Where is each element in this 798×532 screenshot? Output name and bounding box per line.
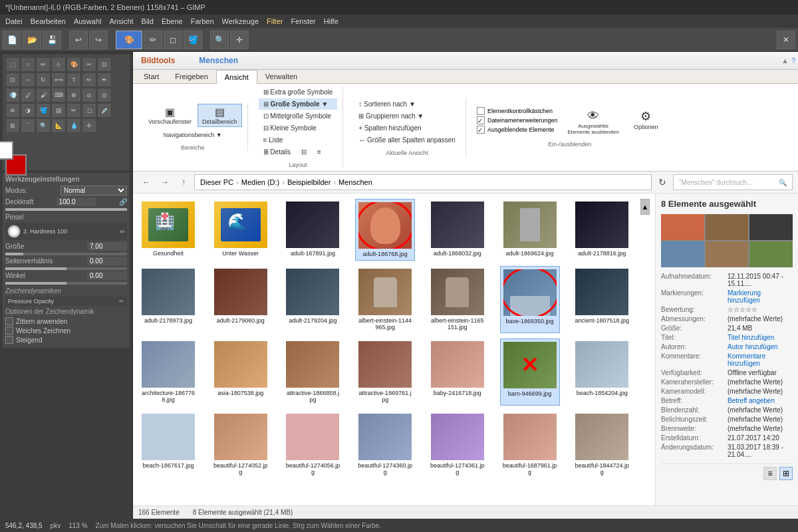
tool-eraser[interactable]: ◻ — [82, 103, 96, 118]
tool-blur[interactable]: ◎ — [97, 88, 112, 102]
file-item-adult2178973[interactable]: adult-2178973.jpg — [138, 266, 198, 333]
zoom-btn[interactable]: 🔍 — [210, 31, 229, 49]
ausgeblendet-chk[interactable] — [477, 126, 485, 134]
file-item-beautiful6[interactable]: beautiful-1844724.jpg — [572, 411, 632, 478]
tool-crop[interactable]: ⊡ — [5, 72, 20, 87]
file-item-adult1868032[interactable]: adult-1868032.jpg — [428, 199, 487, 261]
new-file-btn[interactable]: 📄 — [3, 31, 21, 49]
eraser-btn[interactable]: ◻ — [164, 31, 182, 49]
tool-free-select[interactable]: ✏ — [36, 57, 51, 72]
ratio-slider[interactable] — [5, 267, 127, 270]
gruppieren-nach-btn[interactable]: ⊞ Gruppieren nach ▼ — [354, 110, 460, 122]
mittel-btn[interactable]: ⊡ Mittelgroße Symbole — [259, 110, 338, 122]
forward-btn[interactable]: → — [157, 174, 173, 190]
tool-foreground-select[interactable]: ⊡ — [97, 57, 112, 72]
file-item-baby[interactable]: baby-2416718.jpg — [428, 338, 487, 406]
vorschaufenster-btn[interactable]: ▣ Vorschaufenster — [144, 104, 196, 127]
tool-color-select[interactable]: 🎨 — [66, 57, 81, 72]
sortieren-nach-btn[interactable]: ↕ Sortieren nach ▼ — [354, 98, 460, 110]
tool-clone[interactable]: ⌨ — [51, 88, 66, 102]
angle-slider[interactable] — [5, 282, 127, 285]
tool-bucket[interactable]: 🪣 — [36, 103, 51, 118]
tool-rect-select[interactable]: ⬚ — [5, 57, 20, 72]
tool-fuzzy-select[interactable]: ⊹ — [51, 57, 66, 72]
refresh-btn[interactable]: ↻ — [654, 174, 670, 190]
ausgewahlte-ausblenden-btn[interactable]: 👁 AusgewählteElemente ausblenden — [563, 107, 624, 137]
tool-text[interactable]: T — [66, 72, 81, 87]
menu-werkzeuge[interactable]: Werkzeuge — [222, 17, 259, 25]
menu-ebene[interactable]: Ebene — [162, 17, 183, 25]
up-btn[interactable]: ↑ — [176, 174, 192, 190]
tool-dodge[interactable]: ◑ — [21, 103, 35, 118]
zittern-checkbox[interactable] — [5, 317, 13, 325]
brush-edit-btn[interactable]: ✏ — [120, 228, 125, 235]
tab-verwalten[interactable]: Verwalten — [257, 70, 305, 83]
dynamics-edit-btn[interactable]: ✏ — [119, 298, 124, 305]
tool-ellipse-select[interactable]: ○ — [21, 57, 35, 72]
fill-btn[interactable]: 🪣 — [184, 31, 202, 49]
details-btn[interactable]: ≣ Details — [259, 146, 295, 158]
menu-fenster[interactable]: Fenster — [291, 17, 315, 25]
tool-scissors[interactable]: ✂ — [82, 57, 96, 72]
move-btn[interactable]: ✛ — [230, 31, 249, 49]
file-item-adult2179060[interactable]: adult-2179060.jpg — [211, 266, 271, 333]
menu-hilfe[interactable]: Hilfe — [324, 17, 338, 25]
file-item-beautiful3[interactable]: beautiful-1274360.jpg — [355, 411, 415, 478]
detailbereich-btn[interactable]: ▤ Detailbereich — [198, 104, 242, 127]
file-grid-scroll[interactable]: ▲ 🏥 Gesundheit — [133, 194, 655, 505]
collapse-btn[interactable]: ▲ — [781, 57, 789, 65]
file-item-einstein2[interactable]: albert-einstein-1165151.jpg — [428, 266, 487, 333]
help-btn[interactable]: ? — [791, 57, 795, 65]
inhalt-btn[interactable]: ≡ — [313, 146, 326, 158]
tool-smudge[interactable]: ≋ — [5, 103, 20, 118]
tool-warp[interactable]: ↻ — [36, 72, 51, 87]
navigationsbereich-btn[interactable]: Navigationsbereich ▼ — [159, 130, 227, 140]
gross-btn[interactable]: ⊞ Große Symbole ▼ — [259, 98, 338, 110]
close-dialog-btn[interactable]: ✕ — [777, 31, 795, 49]
menu-farben[interactable]: Farben — [191, 17, 214, 25]
address-path[interactable]: Dieser PC › Medien (D:) › Beispielbilder… — [194, 174, 652, 190]
tool-blend[interactable]: ▤ — [51, 103, 66, 118]
tool-measure[interactable]: 📐 — [51, 118, 66, 133]
menu-filter[interactable]: Filter — [267, 17, 283, 25]
save-file-btn[interactable]: 💾 — [43, 31, 61, 49]
weiches-checkbox[interactable] — [5, 327, 13, 334]
tool-zoom[interactable]: 🔍 — [36, 118, 51, 133]
tool-flip[interactable]: ⟺ — [51, 72, 66, 87]
spalten-anpassen-btn[interactable]: ↔ Größe aller Spalten anpassen — [354, 134, 460, 146]
file-item-einstein1[interactable]: albert-einstein-1144965.jpg — [355, 266, 415, 333]
tool-pencil[interactable]: ✒ — [97, 72, 112, 87]
search-box[interactable]: "Menschen" durchsuch... 🔍 — [673, 174, 793, 190]
mode-select[interactable]: Normal — [61, 186, 127, 196]
tab-freigeben[interactable]: Freigeben — [167, 70, 216, 83]
size-slider[interactable] — [5, 253, 127, 255]
menu-bild[interactable]: Bild — [142, 17, 154, 25]
file-item-adult2178816[interactable]: adult-2178816.jpg — [572, 199, 632, 261]
file-item-adult167891[interactable]: adult-167891.jpg — [283, 199, 342, 261]
file-item-architecture[interactable]: architecture-1867768.jpg — [138, 338, 198, 406]
tool-pencil2[interactable]: ✏ — [66, 103, 81, 118]
tool-align[interactable]: ⊞ — [5, 118, 20, 133]
tool-perspective[interactable]: ⧈ — [82, 88, 96, 102]
menu-ansicht[interactable]: Ansicht — [109, 17, 133, 25]
tool-eyedropper[interactable]: 💉 — [97, 103, 112, 118]
file-item-ancient[interactable]: ancient-1807518.jpg — [572, 266, 632, 333]
tool-transform[interactable]: ↔ — [21, 72, 35, 87]
file-item-unterwasser[interactable]: 🌊 Unter Wasser — [211, 199, 271, 261]
back-btn[interactable]: ← — [138, 174, 154, 190]
file-item-barn[interactable]: ✕ barn-946699.jpg — [500, 338, 560, 406]
brush-tool-btn[interactable]: ✏ — [144, 31, 162, 49]
tab-start[interactable]: Start — [136, 70, 167, 83]
file-item-adult2179204[interactable]: adult-2179204.jpg — [283, 266, 342, 333]
liste-btn[interactable]: ≡ Liste — [259, 134, 338, 146]
file-item-asia[interactable]: asia-1807538.jpg — [211, 338, 271, 406]
klein-btn[interactable]: ⊟ Kleine Symbole — [259, 122, 338, 134]
file-item-beautiful4[interactable]: beautiful-1274361.jpg — [428, 411, 487, 478]
file-item-beautiful1[interactable]: beautiful-1274052.jpg — [211, 411, 271, 478]
tool-airbrush[interactable]: 💨 — [5, 88, 20, 102]
file-item-adult186768[interactable]: adult-186768.jpg — [355, 199, 415, 261]
tool-heal[interactable]: ⊕ — [66, 88, 81, 102]
extra-gross-btn[interactable]: ⊞ Extra große Symbole — [259, 86, 338, 98]
file-item-adult1869624[interactable]: adult-1869624.jpg — [500, 199, 560, 261]
optionen-btn[interactable]: ⚙ Optionen — [629, 107, 663, 132]
